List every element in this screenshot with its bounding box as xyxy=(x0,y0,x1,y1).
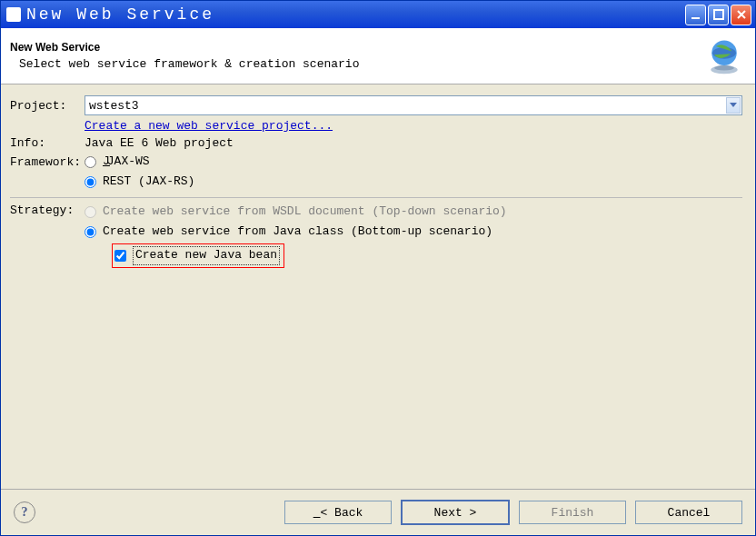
globe-icon xyxy=(704,36,744,76)
wizard-footer: ? < Back Next > Finish Cancel xyxy=(1,489,755,535)
separator xyxy=(10,197,742,198)
help-button[interactable]: ? xyxy=(14,501,35,523)
project-combo[interactable]: wstest3 xyxy=(85,95,742,115)
info-value: Java EE 6 Web project xyxy=(85,136,234,150)
framework-label: Framework: xyxy=(10,155,85,169)
check-new-bean[interactable]: Create new Java bean xyxy=(114,246,280,265)
new-project-link[interactable]: Create a new web service project... xyxy=(85,119,333,133)
page-subtitle: Select web service framework & creation … xyxy=(19,57,704,71)
radio-bottomup[interactable]: Create web service from Java class (Bott… xyxy=(85,223,492,240)
page-title: New Web Service xyxy=(10,41,704,54)
back-button[interactable]: < Back xyxy=(284,501,392,524)
maximize-button[interactable] xyxy=(708,5,729,25)
radio-jaxws[interactable]: JJAX-WS xyxy=(85,154,150,170)
svg-point-4 xyxy=(714,65,734,71)
radio-rest[interactable]: REST (JAX-RS) xyxy=(85,174,194,190)
window-titlebar: New Web Service xyxy=(1,1,755,28)
close-button[interactable] xyxy=(731,5,751,25)
next-button[interactable]: Next > xyxy=(401,500,510,525)
strategy-label: Strategy: xyxy=(10,203,85,217)
cancel-button[interactable]: Cancel xyxy=(635,501,742,524)
chevron-down-icon[interactable] xyxy=(726,97,741,114)
svg-rect-0 xyxy=(691,17,700,19)
radio-topdown: Create web service from WSDL document (T… xyxy=(85,203,507,220)
app-icon xyxy=(6,7,21,22)
minimize-button[interactable] xyxy=(685,5,706,25)
info-label: Info: xyxy=(10,136,85,150)
project-label: Project: xyxy=(10,99,85,113)
finish-button: Finish xyxy=(519,501,626,524)
wizard-body: Project: wstest3 Create a new web servic… xyxy=(1,84,755,489)
check-new-bean-label: Create new Java bean xyxy=(133,246,280,265)
project-value: wstest3 xyxy=(89,99,139,113)
highlight-box: Create new Java bean xyxy=(112,243,284,268)
wizard-header: New Web Service Select web service frame… xyxy=(1,28,755,84)
window-title: New Web Service xyxy=(26,5,685,24)
svg-rect-1 xyxy=(714,10,723,19)
